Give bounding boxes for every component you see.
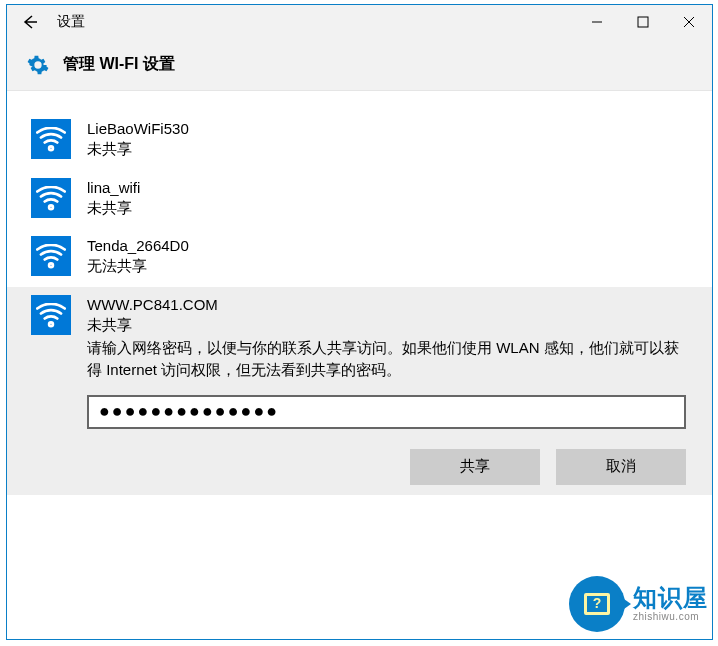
- network-ssid: Tenda_2664D0: [87, 236, 686, 256]
- maximize-button[interactable]: [620, 5, 666, 39]
- gear-icon: [27, 54, 49, 76]
- window-title: 设置: [53, 13, 574, 31]
- network-status: 未共享: [87, 139, 686, 159]
- network-item[interactable]: lina_wifi 未共享: [7, 170, 712, 229]
- close-button[interactable]: [666, 5, 712, 39]
- wifi-icon: [31, 119, 71, 159]
- password-input[interactable]: [87, 395, 686, 429]
- settings-window: 设置 管理 WI-FI 设置 LieBaoWiFi530 未共享: [7, 5, 712, 639]
- minimize-button[interactable]: [574, 5, 620, 39]
- back-arrow-icon: [20, 12, 40, 32]
- page-title: 管理 WI-FI 设置: [63, 54, 175, 75]
- logo-url: zhishiwu.com: [633, 612, 708, 622]
- window-controls: [574, 5, 712, 39]
- network-status: 未共享: [87, 198, 686, 218]
- network-status: 未共享: [87, 315, 686, 335]
- svg-rect-0: [638, 17, 648, 27]
- watermark-logo: 知识屋 zhishiwu.com: [569, 576, 708, 632]
- network-item-selected[interactable]: WWW.PC841.COM 未共享 请输入网络密码，以便与你的联系人共享访问。如…: [7, 287, 712, 495]
- back-button[interactable]: [7, 5, 53, 39]
- wifi-icon: [31, 295, 71, 335]
- network-status: 无法共享: [87, 256, 686, 276]
- logo-brand: 知识屋: [633, 586, 708, 610]
- page-header: 管理 WI-FI 设置: [7, 39, 712, 91]
- network-ssid: WWW.PC841.COM: [87, 295, 686, 315]
- network-item[interactable]: LieBaoWiFi530 未共享: [7, 111, 712, 170]
- wifi-icon: [31, 178, 71, 218]
- titlebar: 设置: [7, 5, 712, 39]
- share-hint: 请输入网络密码，以便与你的联系人共享访问。如果他们使用 WLAN 感知，他们就可…: [87, 337, 686, 381]
- logo-icon: [569, 576, 625, 632]
- network-item[interactable]: Tenda_2664D0 无法共享: [7, 228, 712, 287]
- cancel-button[interactable]: 取消: [556, 449, 686, 485]
- network-list: LieBaoWiFi530 未共享 lina_wifi 未共享 Tenda_26…: [7, 91, 712, 639]
- wifi-icon: [31, 236, 71, 276]
- network-ssid: lina_wifi: [87, 178, 686, 198]
- network-ssid: LieBaoWiFi530: [87, 119, 686, 139]
- share-button[interactable]: 共享: [410, 449, 540, 485]
